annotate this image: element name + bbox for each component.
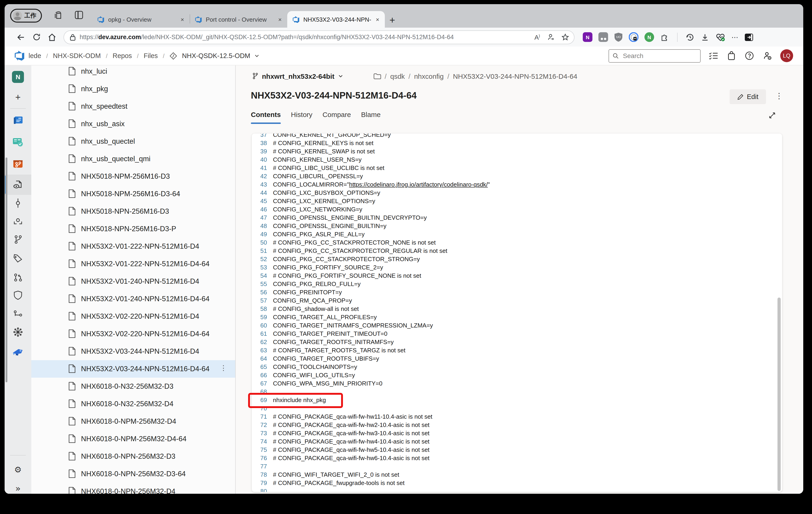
tab-close-icon[interactable]: ×: [277, 16, 283, 23]
browser-tab[interactable]: NHX53X2-V03-244-NPN-512M ×: [287, 11, 385, 28]
code-scrollbar[interactable]: [778, 298, 781, 491]
rail-new-project-icon[interactable]: +: [5, 88, 31, 106]
history-icon[interactable]: [686, 32, 695, 42]
branch-chevron-icon[interactable]: [338, 73, 343, 79]
rail-pushes-icon[interactable]: [5, 212, 31, 231]
tree-row[interactable]: NHX53X2-V01-222-NPN-512M16-D4-64: [31, 255, 235, 273]
notion-like-extension-icon[interactable]: N: [644, 32, 654, 42]
tree-row[interactable]: nhx_pkg: [31, 80, 235, 98]
rail-overview-icon[interactable]: [5, 111, 31, 129]
tree-row-more-icon[interactable]: ⋮: [220, 364, 227, 372]
rail-project-avatar[interactable]: N: [5, 68, 31, 86]
repo-picker-chevron-icon[interactable]: [254, 53, 259, 58]
onenote-extension-icon[interactable]: N: [583, 32, 592, 42]
tree-row[interactable]: nhx_usb_quectel: [31, 133, 235, 150]
rail-files-icon[interactable]: [5, 174, 31, 195]
tree-row[interactable]: NHX53X2-V01-222-NPN-512M16-D4: [31, 238, 235, 255]
tree-row[interactable]: nhx_luci: [31, 65, 235, 80]
home-button[interactable]: [45, 30, 59, 44]
favorites-star-icon[interactable]: [561, 33, 570, 41]
tree-row[interactable]: NHX53X2-V03-244-NPN-512M16-D4: [31, 343, 235, 360]
browser-tab[interactable]: opkg - Overview ×: [92, 11, 190, 28]
rail-pullrequests-icon[interactable]: [5, 268, 31, 287]
tree-row[interactable]: NHX6018-0-NPN-256M32-D3-64: [31, 465, 235, 483]
help-icon[interactable]: [744, 51, 754, 61]
tree-row[interactable]: NHX6018-0-NPM-256M32-D4: [31, 413, 235, 430]
tree-row[interactable]: nhx_speedtest: [31, 98, 235, 115]
tree-row[interactable]: NHX5018-NPM-256M16-D3-64: [31, 185, 235, 202]
back-button[interactable]: [14, 30, 28, 44]
user-avatar[interactable]: LQ: [780, 49, 793, 62]
downloads-icon[interactable]: [701, 32, 709, 42]
tab-contents[interactable]: Contents: [251, 111, 281, 124]
tree-row[interactable]: NHX6018-0-N32-256M32-D4: [31, 395, 235, 413]
breadcrumb-repos[interactable]: Repos: [113, 52, 132, 59]
file-more-actions[interactable]: ⋮: [775, 91, 783, 101]
extensions-puzzle-icon[interactable]: [660, 32, 669, 42]
edit-button[interactable]: Edit: [730, 89, 766, 104]
rail-expand-icon[interactable]: »: [5, 479, 31, 494]
path-segment[interactable]: qsdk: [390, 72, 405, 80]
tab-close-icon[interactable]: ×: [375, 16, 380, 23]
rail-project-settings-icon[interactable]: ⚙: [5, 460, 31, 479]
browser-tab[interactable]: Port control - Overview ×: [190, 11, 287, 28]
branch-selector[interactable]: nhxwrt_nhx53x2-64bit: [262, 72, 335, 80]
read-aloud-icon[interactable]: A): [534, 33, 540, 41]
tree-row[interactable]: NHX53X2-V03-244-NPN-512M16-D4-64 ⋮: [31, 360, 235, 378]
tab-compare[interactable]: Compare: [322, 111, 351, 124]
settings-more-icon[interactable]: ⋯: [731, 33, 738, 41]
tree-row[interactable]: NHX6018-0-N32-256M32-D3: [31, 378, 235, 395]
browser-profile-button[interactable]: 工作: [10, 9, 42, 23]
search-box[interactable]: [609, 49, 701, 62]
workspaces-icon[interactable]: [53, 10, 63, 21]
breadcrumb-project[interactable]: NHX-SDK-ODM: [53, 52, 101, 59]
mirror-url-link[interactable]: https://codelinaro.jfrog.io/artifactory/…: [349, 181, 488, 188]
task-list-icon[interactable]: [708, 51, 719, 61]
user-settings-icon[interactable]: [762, 51, 773, 61]
tree-row[interactable]: nhx_usb_asix: [31, 115, 235, 133]
rail-boards-icon[interactable]: [5, 133, 31, 151]
path-segment[interactable]: nhxconfig: [414, 72, 443, 80]
rail-commit-graph-icon[interactable]: [5, 304, 31, 323]
breadcrumb-files[interactable]: Files: [144, 52, 158, 59]
rail-tags-icon[interactable]: [5, 250, 31, 268]
azure-devops-logo[interactable]: [15, 51, 25, 61]
profile-sync-icon[interactable]: [546, 33, 555, 41]
new-tab-button[interactable]: +: [389, 15, 395, 25]
tree-row[interactable]: NHX5018-NPN-256M16-D3: [31, 202, 235, 220]
tree-row[interactable]: NHX5018-NPM-256M16-D3: [31, 168, 235, 185]
fullscreen-icon[interactable]: [768, 111, 776, 119]
refresh-button[interactable]: [29, 30, 43, 44]
tree-row[interactable]: NHX5018-NPN-256M16-D3-P: [31, 220, 235, 238]
marketplace-bag-icon[interactable]: [726, 51, 736, 61]
tree-row[interactable]: NHX53X2-V02-220-NPN-512M16-D4-64: [31, 325, 235, 343]
breadcrumb-org[interactable]: lede: [29, 52, 41, 59]
lock-icon[interactable]: [69, 33, 76, 41]
rail-commits-icon[interactable]: [5, 194, 31, 212]
repo-picker[interactable]: NHX-QSDK-12.5-ODM: [182, 52, 251, 59]
session-extension-icon[interactable]: [599, 32, 608, 42]
ublock-extension-icon[interactable]: UO: [614, 32, 623, 42]
password-manager-extension-icon[interactable]: [629, 32, 638, 42]
tree-row[interactable]: nhx_usb_quectel_qmi: [31, 150, 235, 168]
tab-history[interactable]: History: [291, 111, 312, 124]
tree-row[interactable]: NHX6018-0-NPN-256M32-D3: [31, 448, 235, 465]
tree-row[interactable]: NHX53X2-V01-240-NPN-512M16-D4-64: [31, 290, 235, 308]
browser-essentials-icon[interactable]: [715, 32, 725, 42]
tree-row[interactable]: NHX53X2-V02-220-NPN-512M16-D4: [31, 308, 235, 325]
side-panel-icon[interactable]: [744, 32, 754, 42]
tree-row[interactable]: NHX53X2-V01-240-NPN-512M16-D4: [31, 273, 235, 290]
search-input[interactable]: [622, 52, 696, 60]
tab-actions-icon[interactable]: [75, 10, 85, 21]
folder-icon[interactable]: [373, 73, 381, 79]
rail-topology-icon[interactable]: [5, 323, 31, 341]
tab-blame[interactable]: Blame: [361, 111, 381, 124]
rail-branches-icon[interactable]: [5, 230, 31, 249]
path-segment[interactable]: NHX53X2-V03-244-NPN-512M16-D4-64: [453, 72, 577, 80]
tree-row[interactable]: NHX6018-0-NPM-256M32-D4-64: [31, 430, 235, 448]
tree-row[interactable]: NHX6018-0-NPN-256M32-D4: [31, 483, 235, 494]
rail-security-shield-icon[interactable]: [5, 286, 31, 304]
rail-pipelines-icon[interactable]: [5, 342, 31, 361]
address-bar[interactable]: https://dev.azure.com/lede/NHX-SDK-ODM/_…: [63, 30, 575, 44]
rail-repos-icon[interactable]: [5, 155, 31, 173]
